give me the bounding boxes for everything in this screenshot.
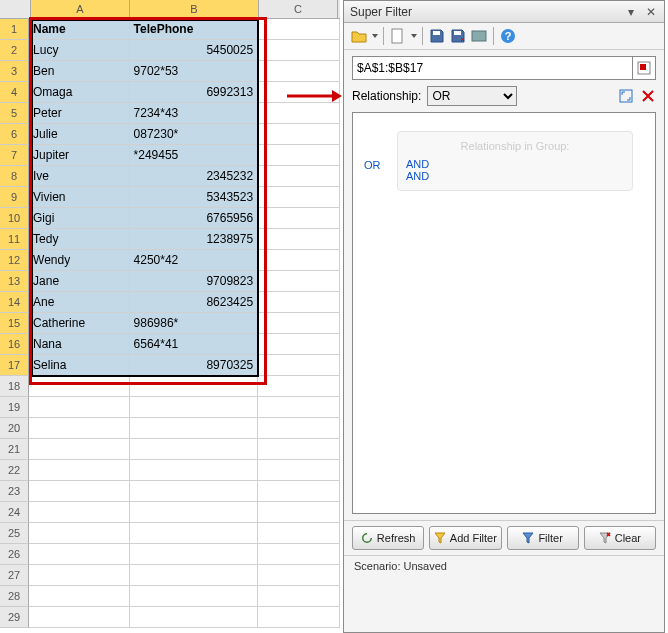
cell-name[interactable]: Peter bbox=[29, 103, 130, 124]
manage-icon[interactable] bbox=[470, 27, 488, 45]
row-header[interactable]: 5 bbox=[0, 103, 29, 124]
cell[interactable] bbox=[258, 208, 340, 229]
cell[interactable] bbox=[258, 523, 340, 544]
row-header[interactable]: 9 bbox=[0, 187, 29, 208]
cell[interactable] bbox=[130, 481, 259, 502]
row-header[interactable]: 19 bbox=[0, 397, 29, 418]
cell-name[interactable]: Julie bbox=[29, 124, 130, 145]
range-input[interactable] bbox=[352, 56, 633, 80]
cell[interactable] bbox=[130, 502, 259, 523]
cell-name[interactable]: Lucy bbox=[29, 40, 130, 61]
cell-phone[interactable]: 5450025 bbox=[130, 40, 259, 61]
cell[interactable] bbox=[258, 607, 340, 628]
cell-phone[interactable]: *249455 bbox=[130, 145, 259, 166]
cell[interactable] bbox=[258, 166, 340, 187]
row-header[interactable]: 29 bbox=[0, 607, 29, 628]
or-group-link[interactable]: OR bbox=[364, 159, 381, 171]
cell[interactable] bbox=[258, 292, 340, 313]
cell-phone[interactable]: 6765956 bbox=[130, 208, 259, 229]
row-header[interactable]: 22 bbox=[0, 460, 29, 481]
cell[interactable] bbox=[258, 271, 340, 292]
cell-phone[interactable]: 9702*53 bbox=[130, 61, 259, 82]
row-header[interactable]: 8 bbox=[0, 166, 29, 187]
row-header[interactable]: 10 bbox=[0, 208, 29, 229]
row-header[interactable]: 2 bbox=[0, 40, 29, 61]
cell-name[interactable]: Catherine bbox=[29, 313, 130, 334]
cell[interactable] bbox=[258, 586, 340, 607]
cell[interactable] bbox=[130, 376, 259, 397]
cell-name[interactable]: Ive bbox=[29, 166, 130, 187]
cell-phone[interactable]: 9709823 bbox=[130, 271, 259, 292]
row-header[interactable]: 25 bbox=[0, 523, 29, 544]
cell-phone[interactable]: 986986* bbox=[130, 313, 259, 334]
row-header[interactable]: 15 bbox=[0, 313, 29, 334]
delete-icon[interactable] bbox=[640, 88, 656, 104]
clear-button[interactable]: Clear bbox=[584, 526, 656, 550]
cell-phone[interactable]: 8970325 bbox=[130, 355, 259, 376]
new-dropdown[interactable] bbox=[411, 34, 417, 38]
cell-name[interactable]: Ben bbox=[29, 61, 130, 82]
cell[interactable] bbox=[258, 250, 340, 271]
row-header[interactable]: 11 bbox=[0, 229, 29, 250]
cell[interactable] bbox=[258, 481, 340, 502]
dropdown-icon[interactable]: ▾ bbox=[624, 5, 638, 19]
cell[interactable] bbox=[29, 376, 130, 397]
cell-name[interactable]: Gigi bbox=[29, 208, 130, 229]
cell-name[interactable]: Vivien bbox=[29, 187, 130, 208]
refresh-button[interactable]: Refresh bbox=[352, 526, 424, 550]
row-header[interactable]: 6 bbox=[0, 124, 29, 145]
cell[interactable] bbox=[130, 523, 259, 544]
and-link[interactable]: AND bbox=[406, 158, 624, 170]
cell[interactable] bbox=[258, 334, 340, 355]
cell-phone[interactable]: 8623425 bbox=[130, 292, 259, 313]
cell-phone[interactable]: 4250*42 bbox=[130, 250, 259, 271]
saveas-icon[interactable] bbox=[449, 27, 467, 45]
cell[interactable] bbox=[29, 565, 130, 586]
cell[interactable] bbox=[29, 586, 130, 607]
cell[interactable] bbox=[130, 397, 259, 418]
row-header[interactable]: 17 bbox=[0, 355, 29, 376]
open-icon[interactable] bbox=[350, 27, 368, 45]
help-icon[interactable]: ? bbox=[499, 27, 517, 45]
cell[interactable] bbox=[258, 418, 340, 439]
cell[interactable] bbox=[258, 313, 340, 334]
row-header[interactable]: 20 bbox=[0, 418, 29, 439]
cell[interactable] bbox=[258, 544, 340, 565]
cell[interactable] bbox=[258, 565, 340, 586]
cell[interactable] bbox=[130, 565, 259, 586]
row-header[interactable]: 7 bbox=[0, 145, 29, 166]
row-header[interactable]: 3 bbox=[0, 61, 29, 82]
cell[interactable] bbox=[130, 544, 259, 565]
cell-name[interactable]: Nana bbox=[29, 334, 130, 355]
cell[interactable] bbox=[29, 397, 130, 418]
row-header[interactable]: 13 bbox=[0, 271, 29, 292]
row-header[interactable]: 26 bbox=[0, 544, 29, 565]
cell-phone[interactable]: 1238975 bbox=[130, 229, 259, 250]
cell-phone[interactable]: 7234*43 bbox=[130, 103, 259, 124]
cell[interactable] bbox=[258, 103, 340, 124]
relationship-select[interactable]: OR bbox=[427, 86, 517, 106]
cell[interactable] bbox=[258, 61, 340, 82]
cell[interactable] bbox=[130, 418, 259, 439]
cell[interactable] bbox=[258, 502, 340, 523]
cell[interactable] bbox=[258, 355, 340, 376]
col-header-A[interactable]: A bbox=[31, 0, 130, 18]
cell[interactable] bbox=[258, 145, 340, 166]
cell[interactable] bbox=[130, 460, 259, 481]
row-header[interactable]: 12 bbox=[0, 250, 29, 271]
cell-phone[interactable]: 6992313 bbox=[130, 82, 259, 103]
filter-button[interactable]: Filter bbox=[507, 526, 579, 550]
select-all-corner[interactable] bbox=[0, 0, 31, 18]
cell-name[interactable]: Wendy bbox=[29, 250, 130, 271]
cell-name[interactable]: Jupiter bbox=[29, 145, 130, 166]
row-header[interactable]: 18 bbox=[0, 376, 29, 397]
row-header[interactable]: 28 bbox=[0, 586, 29, 607]
cell[interactable] bbox=[258, 439, 340, 460]
cell[interactable] bbox=[258, 40, 340, 61]
cell[interactable] bbox=[258, 229, 340, 250]
row-header[interactable]: 24 bbox=[0, 502, 29, 523]
cell-phone[interactable]: 6564*41 bbox=[130, 334, 259, 355]
cell[interactable] bbox=[130, 607, 259, 628]
cell-name[interactable]: Jane bbox=[29, 271, 130, 292]
cell[interactable] bbox=[29, 523, 130, 544]
